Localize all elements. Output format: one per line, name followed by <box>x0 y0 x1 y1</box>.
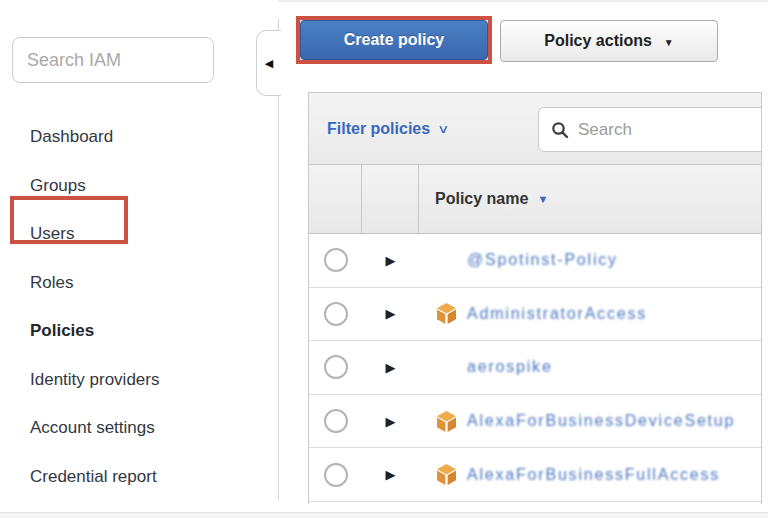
policy-name-column-header[interactable]: Policy name <box>435 190 528 208</box>
policy-icon-slot <box>435 302 458 325</box>
table-row: ▶ AlexaForBusinessFullAccess <box>309 448 761 502</box>
policy-search-input[interactable] <box>578 120 762 140</box>
chevron-down-icon: ∨ <box>437 122 449 136</box>
sidebar-item-users[interactable]: Users <box>0 210 278 259</box>
sidebar-item-account-settings[interactable]: Account settings <box>0 404 278 453</box>
create-policy-highlight-box: Create policy <box>296 16 492 64</box>
aws-managed-policy-cube-icon <box>435 302 458 325</box>
sidebar-nav: Dashboard Groups Users Roles Policies Id… <box>0 113 278 501</box>
table-row: ▶ @Spotinst-Policy <box>309 234 761 288</box>
aws-managed-policy-cube-icon <box>435 463 458 486</box>
screenshot-bottom-edge <box>0 512 768 518</box>
iam-sidebar: Dashboard Groups Users Roles Policies Id… <box>0 0 278 512</box>
row-radio-button[interactable] <box>324 248 348 272</box>
table-row: ▶ aerospike <box>309 341 761 395</box>
policy-icon-slot <box>435 410 458 433</box>
row-expand-icon[interactable]: ▶ <box>386 307 396 320</box>
sidebar-item-groups[interactable]: Groups <box>0 162 278 211</box>
sidebar-item-policies[interactable]: Policies <box>0 307 278 356</box>
row-expand-icon[interactable]: ▶ <box>386 415 396 428</box>
policies-table-pane: Filter policies ∨ Policy name ▼ ▶ <box>308 92 762 504</box>
row-radio-button[interactable] <box>324 463 348 487</box>
row-expand-icon[interactable]: ▶ <box>386 361 396 374</box>
policy-name-link[interactable]: AlexaForBusinessDeviceSetup <box>467 412 735 430</box>
search-iam-input[interactable] <box>12 37 214 83</box>
sidebar-item-credential-report[interactable]: Credential report <box>0 453 278 502</box>
row-expand-icon[interactable]: ▶ <box>386 468 396 481</box>
sidebar-item-roles[interactable]: Roles <box>0 259 278 308</box>
filter-policies-dropdown[interactable]: Filter policies ∨ <box>327 120 448 138</box>
iam-policies-screen: Dashboard Groups Users Roles Policies Id… <box>0 0 768 518</box>
policy-name-link[interactable]: aerospike <box>467 358 553 376</box>
row-radio-button[interactable] <box>324 409 348 433</box>
aws-managed-policy-cube-icon <box>435 410 458 433</box>
sort-desc-icon[interactable]: ▼ <box>537 193 548 205</box>
policy-name-link[interactable]: AdministratorAccess <box>467 305 647 323</box>
search-icon <box>551 121 569 139</box>
row-radio-button[interactable] <box>324 355 348 379</box>
filter-policies-label: Filter policies <box>327 120 430 138</box>
chevron-down-icon: ▼ <box>664 37 674 48</box>
policy-actions-button[interactable]: Policy actions ▼ <box>500 20 718 62</box>
sidebar-item-identity-providers[interactable]: Identity providers <box>0 356 278 405</box>
select-column-header <box>309 165 362 233</box>
create-policy-button[interactable]: Create policy <box>300 20 488 60</box>
table-header-row: Policy name ▼ <box>309 165 761 234</box>
table-row: ▶ AdministratorAccess <box>309 288 761 342</box>
filter-bar: Filter policies ∨ <box>309 93 761 165</box>
policy-actions-label: Policy actions <box>544 32 652 50</box>
policy-search-box <box>538 107 762 152</box>
policy-name-link[interactable]: AlexaForBusinessFullAccess <box>467 466 720 484</box>
policy-name-link[interactable]: @Spotinst-Policy <box>467 251 618 269</box>
sidebar-item-dashboard[interactable]: Dashboard <box>0 113 278 162</box>
table-row: ▶ AlexaForBusinessDeviceSetup <box>309 395 761 449</box>
collapse-left-icon: ◀ <box>265 58 273 69</box>
row-expand-icon[interactable]: ▶ <box>386 254 396 267</box>
sidebar-collapse-tab[interactable]: ◀ <box>256 30 281 96</box>
expand-column-header <box>362 165 419 233</box>
policy-icon-slot <box>435 463 458 486</box>
row-radio-button[interactable] <box>324 302 348 326</box>
